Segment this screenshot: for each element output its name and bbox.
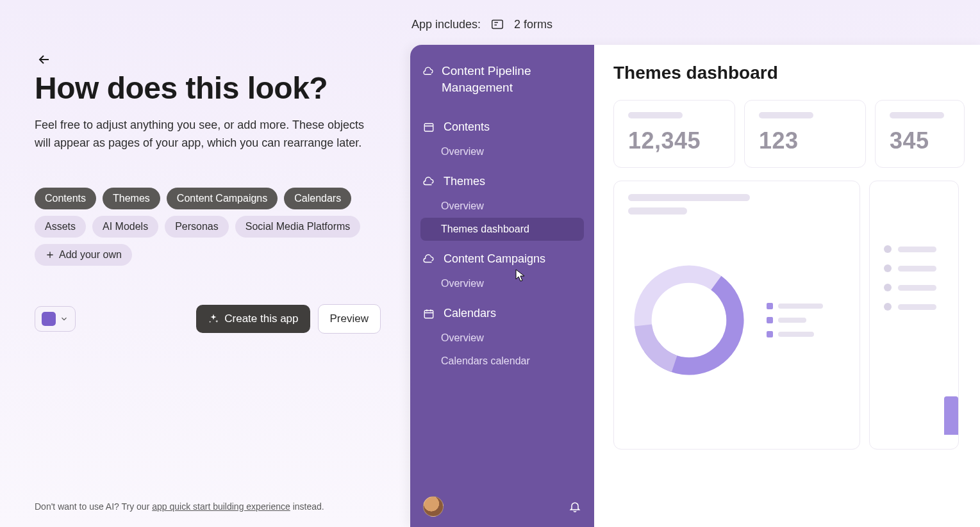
app-includes-label: App includes: bbox=[411, 18, 481, 31]
chip-add-your-own[interactable]: Add your own bbox=[35, 244, 132, 266]
create-app-label: Create this app bbox=[224, 312, 298, 325]
pv-item-themes-dashboard[interactable]: Themes dashboard bbox=[420, 218, 584, 241]
chip-calendars[interactable]: Calendars bbox=[284, 188, 351, 209]
pv-section-themes[interactable]: Themes bbox=[420, 168, 584, 195]
chip-ai-models[interactable]: AI Models bbox=[92, 216, 158, 238]
pv-section-themes-label: Themes bbox=[444, 175, 485, 188]
pv-item-contents-overview[interactable]: Overview bbox=[420, 140, 584, 163]
stat-card: 123 bbox=[744, 100, 866, 168]
stat-value: 12,345 bbox=[628, 127, 720, 154]
stat-label-skeleton bbox=[628, 112, 683, 118]
pv-item-calendars-calendar[interactable]: Calendars calendar bbox=[420, 350, 584, 373]
preview-app-title: Content Pipeline Management bbox=[442, 63, 581, 96]
pv-section-calendars[interactable]: Calendars bbox=[420, 300, 584, 327]
cloud-icon bbox=[423, 254, 435, 265]
sparkle-icon bbox=[208, 313, 219, 325]
pv-item-calendars-overview[interactable]: Overview bbox=[420, 327, 584, 350]
stat-value: 123 bbox=[759, 127, 851, 154]
chip-assets[interactable]: Assets bbox=[35, 216, 86, 238]
cloud-icon bbox=[423, 176, 435, 188]
pv-section-contents-label: Contents bbox=[444, 120, 490, 134]
bell-icon[interactable] bbox=[569, 500, 581, 513]
preview-main: Themes dashboard 12,345 123 345 bbox=[594, 45, 980, 527]
pv-section-calendars-label: Calendars bbox=[444, 307, 496, 320]
pv-section-contents[interactable]: Contents bbox=[420, 114, 584, 140]
form-icon bbox=[490, 17, 505, 32]
page-subtitle: Feel free to adjust anything you see, or… bbox=[35, 116, 376, 152]
footer-link[interactable]: app quick start building experience bbox=[152, 501, 290, 512]
cloud-icon bbox=[423, 65, 434, 78]
donut-chart bbox=[628, 259, 750, 381]
chip-personas[interactable]: Personas bbox=[165, 216, 229, 238]
app-includes: App includes: 2 forms bbox=[410, 17, 980, 45]
pv-section-content-campaigns-label: Content Campaigns bbox=[444, 252, 545, 266]
skeleton-line bbox=[628, 194, 750, 201]
donut-legend bbox=[767, 303, 823, 337]
object-chips: Contents Themes Content Campaigns Calend… bbox=[35, 188, 376, 266]
stat-label-skeleton bbox=[890, 112, 944, 118]
chip-contents[interactable]: Contents bbox=[35, 188, 96, 209]
chip-content-campaigns[interactable]: Content Campaigns bbox=[167, 188, 278, 209]
footer-text: Don't want to use AI? Try our app quick … bbox=[35, 501, 324, 512]
stat-card: 12,345 bbox=[613, 100, 735, 168]
chip-social-media-platforms[interactable]: Social Media Platforms bbox=[235, 216, 361, 238]
plus-icon bbox=[45, 250, 55, 260]
bar-chart bbox=[944, 396, 958, 435]
chip-add-label: Add your own bbox=[59, 249, 122, 261]
svg-rect-2 bbox=[424, 310, 433, 318]
back-button[interactable] bbox=[35, 50, 54, 69]
avatar[interactable] bbox=[423, 496, 444, 517]
pv-section-content-campaigns[interactable]: Content Campaigns bbox=[420, 246, 584, 272]
skeleton-line bbox=[628, 207, 687, 215]
stat-label-skeleton bbox=[759, 112, 813, 118]
forms-count: 2 forms bbox=[514, 18, 552, 31]
donut-panel bbox=[613, 181, 860, 450]
page-title: How does this look? bbox=[35, 70, 376, 106]
chevron-down-icon bbox=[60, 314, 69, 323]
preview-main-title: Themes dashboard bbox=[613, 63, 965, 83]
bars-legend bbox=[884, 245, 944, 311]
color-swatch bbox=[42, 312, 56, 326]
svg-rect-1 bbox=[424, 124, 433, 131]
chip-themes[interactable]: Themes bbox=[103, 188, 160, 209]
pv-item-content-campaigns-overview[interactable]: Overview bbox=[420, 272, 584, 295]
pv-item-themes-overview[interactable]: Overview bbox=[420, 195, 584, 218]
preview-frame: Content Pipeline Management Contents Ove… bbox=[410, 45, 980, 527]
calendar-icon bbox=[423, 308, 435, 320]
preview-sidebar: Content Pipeline Management Contents Ove… bbox=[410, 45, 594, 527]
preview-label: Preview bbox=[330, 312, 369, 325]
svg-rect-0 bbox=[492, 20, 503, 29]
stat-card: 345 bbox=[875, 100, 965, 168]
stat-value: 345 bbox=[890, 127, 950, 154]
preview-button[interactable]: Preview bbox=[318, 304, 381, 334]
color-picker[interactable] bbox=[35, 306, 76, 332]
create-app-button[interactable]: Create this app bbox=[196, 305, 310, 333]
table-icon bbox=[423, 122, 435, 133]
bars-panel bbox=[869, 181, 959, 450]
